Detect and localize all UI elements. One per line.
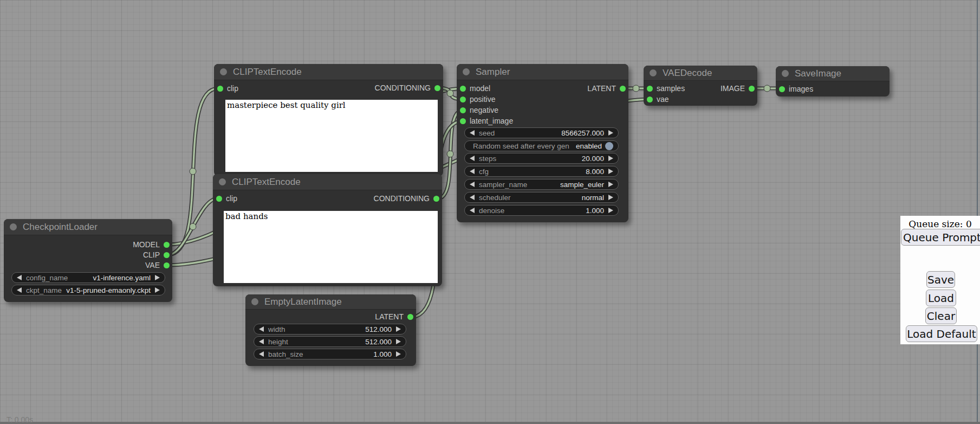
- port-dot-icon[interactable]: [779, 86, 785, 92]
- node-title-bar[interactable]: EmptyLatentImage: [245, 294, 416, 310]
- decrement-arrow-icon[interactable]: [470, 156, 475, 161]
- widget-value[interactable]: 8566257.000: [561, 129, 604, 137]
- queue-prompt-button[interactable]: Queue Prompt: [901, 229, 980, 246]
- increment-arrow-icon[interactable]: [396, 326, 401, 332]
- decrement-arrow-icon[interactable]: [470, 169, 475, 174]
- decrement-arrow-icon[interactable]: [17, 275, 22, 280]
- widget-value[interactable]: 512.000: [365, 325, 392, 333]
- collapse-dot-icon[interactable]: [251, 298, 258, 305]
- port-dot-icon[interactable]: [164, 262, 170, 268]
- node-checkpoint-loader[interactable]: CheckpointLoader MODEL CLIP VAE config_n…: [4, 219, 172, 302]
- widget-height[interactable]: height 512.000: [254, 336, 406, 347]
- decrement-arrow-icon[interactable]: [470, 130, 475, 136]
- output-port-latent[interactable]: LATENT: [587, 84, 626, 93]
- widget-value[interactable]: 1.000: [373, 350, 392, 358]
- decrement-arrow-icon[interactable]: [470, 208, 475, 213]
- node-title-bar[interactable]: CLIPTextEncode: [214, 64, 443, 80]
- decrement-arrow-icon[interactable]: [259, 351, 264, 357]
- increment-arrow-icon[interactable]: [608, 156, 613, 161]
- node-save-image[interactable]: SaveImage images: [776, 66, 890, 97]
- decrement-arrow-icon[interactable]: [470, 182, 475, 187]
- increment-arrow-icon[interactable]: [608, 130, 613, 136]
- collapse-dot-icon[interactable]: [650, 69, 657, 76]
- node-clip-text-encode-positive[interactable]: CLIPTextEncode clip CONDITIONING masterp…: [214, 64, 443, 176]
- port-dot-icon[interactable]: [620, 86, 626, 92]
- widget-width[interactable]: width 512.000: [254, 324, 406, 335]
- port-dot-icon[interactable]: [433, 196, 439, 202]
- input-port-vae[interactable]: vae: [647, 95, 669, 104]
- increment-arrow-icon[interactable]: [396, 339, 401, 344]
- port-dot-icon[interactable]: [460, 107, 466, 113]
- decrement-arrow-icon[interactable]: [259, 339, 264, 344]
- widget-value[interactable]: 8.000: [586, 168, 604, 176]
- port-dot-icon[interactable]: [647, 97, 653, 102]
- port-dot-icon[interactable]: [749, 86, 755, 92]
- increment-arrow-icon[interactable]: [608, 182, 613, 187]
- input-port-negative[interactable]: negative: [460, 106, 498, 114]
- increment-arrow-icon[interactable]: [155, 275, 160, 280]
- node-clip-text-encode-negative[interactable]: CLIPTextEncode clip CONDITIONING bad han…: [213, 174, 442, 286]
- widget-scheduler[interactable]: scheduler normal: [464, 192, 619, 203]
- widget-denoise[interactable]: denoise 1.000: [464, 205, 619, 216]
- output-port-conditioning[interactable]: CONDITIONING: [375, 83, 440, 92]
- widget-value[interactable]: 512.000: [365, 338, 392, 346]
- collapse-dot-icon[interactable]: [220, 68, 227, 75]
- load-button[interactable]: Load: [926, 290, 956, 306]
- input-port-clip[interactable]: clip: [217, 84, 238, 93]
- widget-config-name[interactable]: config_name v1-inference.yaml: [11, 272, 165, 283]
- collapse-dot-icon[interactable]: [463, 68, 470, 75]
- prompt-textarea[interactable]: bad hands: [224, 211, 438, 283]
- node-title-bar[interactable]: SaveImage: [776, 66, 890, 81]
- increment-arrow-icon[interactable]: [608, 208, 613, 213]
- node-vae-decode[interactable]: VAEDecode samples vae IMAGE: [644, 66, 757, 106]
- port-dot-icon[interactable]: [216, 196, 222, 202]
- node-title-bar[interactable]: VAEDecode: [644, 66, 757, 81]
- port-dot-icon[interactable]: [407, 314, 413, 320]
- increment-arrow-icon[interactable]: [608, 169, 613, 174]
- widget-random-seed-toggle[interactable]: Random seed after every gen enabled: [464, 140, 619, 151]
- widget-value[interactable]: normal: [582, 194, 604, 202]
- port-dot-icon[interactable]: [460, 97, 466, 102]
- widget-seed[interactable]: seed 8566257.000: [464, 127, 619, 138]
- port-dot-icon[interactable]: [460, 86, 466, 92]
- port-dot-icon[interactable]: [460, 118, 466, 124]
- decrement-arrow-icon[interactable]: [470, 195, 475, 200]
- input-port-clip[interactable]: clip: [216, 194, 237, 203]
- toggle-dot-icon[interactable]: [605, 142, 613, 150]
- clear-button[interactable]: Clear: [925, 307, 957, 324]
- port-dot-icon[interactable]: [164, 242, 170, 248]
- node-empty-latent-image[interactable]: EmptyLatentImage LATENT width 512.000 he…: [245, 294, 416, 366]
- input-port-model[interactable]: model: [460, 84, 490, 93]
- output-port-image[interactable]: IMAGE: [721, 84, 755, 93]
- port-dot-icon[interactable]: [164, 252, 170, 258]
- widget-cfg[interactable]: cfg 8.000: [464, 166, 619, 177]
- input-port-latent-image[interactable]: latent_image: [460, 117, 513, 125]
- widget-steps[interactable]: steps 20.000: [464, 153, 619, 164]
- input-port-samples[interactable]: samples: [647, 84, 685, 93]
- input-port-images[interactable]: images: [779, 85, 813, 93]
- collapse-dot-icon[interactable]: [782, 70, 789, 77]
- collapse-dot-icon[interactable]: [219, 178, 226, 185]
- load-default-button[interactable]: Load Default: [906, 325, 977, 342]
- increment-arrow-icon[interactable]: [396, 351, 401, 357]
- save-button[interactable]: Save: [926, 271, 955, 288]
- widget-ckpt-name[interactable]: ckpt_name v1-5-pruned-emaonly.ckpt: [11, 285, 165, 295]
- port-dot-icon[interactable]: [217, 86, 223, 92]
- widget-value[interactable]: 20.000: [582, 155, 604, 163]
- widget-value[interactable]: 1.000: [586, 207, 604, 215]
- input-port-positive[interactable]: positive: [460, 95, 495, 104]
- collapse-dot-icon[interactable]: [10, 223, 17, 230]
- node-title-bar[interactable]: Sampler: [457, 64, 628, 80]
- decrement-arrow-icon[interactable]: [17, 287, 22, 293]
- widget-value[interactable]: sample_euler: [560, 181, 604, 189]
- widget-batch-size[interactable]: batch_size 1.000: [254, 349, 406, 359]
- output-port-model[interactable]: MODEL: [133, 240, 170, 249]
- output-port-conditioning[interactable]: CONDITIONING: [374, 194, 439, 203]
- widget-value[interactable]: v1-inference.yaml: [93, 274, 151, 282]
- prompt-textarea[interactable]: masterpiece best quality girl: [225, 100, 438, 172]
- port-dot-icon[interactable]: [647, 86, 653, 92]
- node-sampler[interactable]: Sampler model positive negative latent_i…: [457, 64, 628, 222]
- widget-value[interactable]: v1-5-pruned-emaonly.ckpt: [66, 286, 151, 294]
- output-port-vae[interactable]: VAE: [145, 261, 170, 269]
- decrement-arrow-icon[interactable]: [259, 326, 264, 332]
